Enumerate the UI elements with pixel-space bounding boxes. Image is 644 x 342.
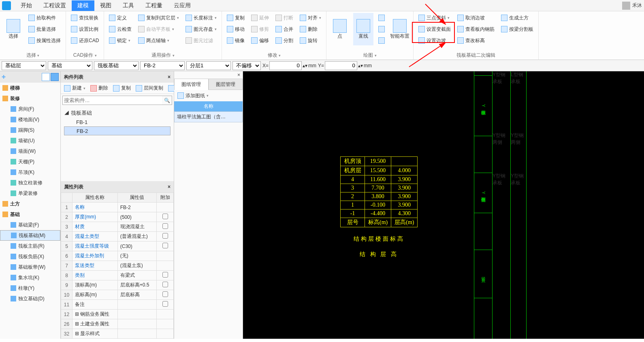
offset-select[interactable]: 不偏移 xyxy=(232,61,261,70)
item-select[interactable]: FB-2 xyxy=(140,61,185,70)
smart-layout-button[interactable]: 智能布置 xyxy=(390,13,410,45)
menu-project-settings[interactable]: 工程设置 xyxy=(38,0,72,11)
align-button[interactable]: 对齐 ▾ xyxy=(298,13,323,23)
property-row[interactable]: 8类别有梁式 xyxy=(61,271,174,280)
line-button[interactable]: 直线 xyxy=(353,13,373,45)
cloud-check-button[interactable]: 云检查 xyxy=(107,24,133,34)
tree-sump[interactable]: 集水坑(K) xyxy=(0,272,60,283)
tree-room[interactable]: 房间(F) xyxy=(0,104,60,114)
menu-view[interactable]: 视图 xyxy=(94,0,117,11)
tree-view2-button[interactable] xyxy=(51,73,59,81)
batch-select-button[interactable]: 批量选择 xyxy=(27,24,62,34)
delete-button[interactable]: 删除 xyxy=(298,24,323,34)
category-select[interactable]: 基础 xyxy=(48,61,92,70)
tab-drawing-mgr[interactable]: 图纸管理 xyxy=(174,79,209,90)
drawing-canvas[interactable]: 机房顶19.500机房层15.5004.000411.6003.90037.70… xyxy=(243,71,644,339)
menu-modeling[interactable]: 建模 xyxy=(72,0,94,11)
cancel-edge-button[interactable]: 取消边坡 xyxy=(456,13,496,23)
search-icon[interactable]: 🔍 xyxy=(162,96,172,105)
close-icon[interactable]: × xyxy=(237,72,240,78)
tree-floor[interactable]: 楼地面(V) xyxy=(0,114,60,125)
tree-fbeam[interactable]: 基础梁(F) xyxy=(0,220,60,230)
add-drawing-button[interactable]: 添加图纸 ▾ xyxy=(176,91,210,100)
tree-stair[interactable]: 楼梯 xyxy=(0,83,60,93)
offset-button[interactable]: 偏移 xyxy=(249,36,271,45)
gen-soil-button[interactable]: 生成土方 xyxy=(499,13,535,23)
property-row[interactable]: 3材质现浇混凝土 xyxy=(61,222,174,232)
close-icon[interactable]: × xyxy=(168,184,171,190)
mirror-button[interactable]: 镜像 xyxy=(225,36,246,45)
property-row[interactable]: 26⊞ 土建业务属性 xyxy=(61,319,174,329)
restore-cad-button[interactable]: 还原CAD xyxy=(69,36,100,45)
tree-pier[interactable]: 柱墩(Y) xyxy=(0,283,60,293)
two-point-axis-button[interactable]: 两点辅轴 ▾ xyxy=(136,36,181,45)
tree-plus-icon[interactable]: ✚ xyxy=(2,74,6,80)
comp-fb1[interactable]: FB-1 xyxy=(64,118,171,126)
dimension-button[interactable]: 长度标注 ▾ xyxy=(184,13,218,23)
copy-comp-button[interactable]: 复制 xyxy=(111,83,132,93)
menu-cloud[interactable]: 云应用 xyxy=(168,0,196,11)
comp-root[interactable]: ◢ 筏板基础 xyxy=(64,108,171,118)
menu-start[interactable]: 开始 xyxy=(15,0,38,11)
merge-button[interactable]: 合并 xyxy=(274,24,295,34)
view-rebar-button[interactable]: 查看板内钢筋 xyxy=(456,24,496,34)
property-row[interactable]: 12⊞ 钢筋业务属性 xyxy=(61,310,174,319)
x-input[interactable] xyxy=(269,61,302,70)
check-elev-button[interactable]: 查改标高 xyxy=(456,36,496,45)
copy-button[interactable]: 复制 xyxy=(225,13,246,23)
y-input[interactable] xyxy=(325,61,357,70)
property-row[interactable]: 1名称FB-2 xyxy=(61,203,174,212)
point-button[interactable]: 点 xyxy=(330,13,350,45)
property-row[interactable]: 11备注 xyxy=(61,300,174,310)
del-button[interactable]: 删除 xyxy=(89,83,110,93)
user-box[interactable]: 禾沐 xyxy=(622,2,642,10)
tree-wall[interactable]: 墙面(W) xyxy=(0,146,60,156)
property-row[interactable]: 10底标高(m)层底标高 xyxy=(61,290,174,300)
property-row[interactable]: 4混凝土类型(普通混凝土) xyxy=(61,232,174,242)
copy-to-layer-button[interactable]: 复制到其它层 ▾ xyxy=(136,13,181,23)
tree-indep[interactable]: 独立基础(D) xyxy=(0,293,60,304)
drawing-row[interactable]: 墙柱平法施工图（含… xyxy=(174,111,243,122)
floor-select[interactable]: 基础层 xyxy=(2,61,46,70)
tree-pillar[interactable]: 独立柱装修 xyxy=(0,177,60,188)
tree-dado[interactable]: 墙裙(U) xyxy=(0,135,60,146)
rotate-button[interactable]: 旋转 xyxy=(298,36,323,45)
property-row[interactable]: 32⊞ 显示样式 xyxy=(61,329,174,339)
tree-suspend[interactable]: 吊顶(K) xyxy=(0,167,60,177)
comp-fb2[interactable]: FB-2 xyxy=(64,126,171,135)
close-icon[interactable]: × xyxy=(168,74,171,80)
layer-select[interactable]: 分层1 xyxy=(186,61,231,70)
search-input[interactable] xyxy=(63,96,162,105)
rect-tool[interactable] xyxy=(377,13,386,23)
pick-component-button[interactable]: 拾取构件 xyxy=(27,13,62,23)
split-by-beam-button[interactable]: 按梁分割板 xyxy=(499,24,535,34)
new-button[interactable]: 新建 ▾ xyxy=(62,83,87,93)
tree-negbar[interactable]: 筏板负筋(X) xyxy=(0,251,60,262)
property-row[interactable]: 7泵送类型(混凝土泵) xyxy=(61,261,174,271)
select-button[interactable]: 选择 xyxy=(3,13,23,45)
tree-mainbar[interactable]: 筏板主筋(R) xyxy=(0,241,60,251)
tree-view1-button[interactable] xyxy=(42,73,50,81)
arc-tool[interactable] xyxy=(377,36,386,45)
tree-found[interactable]: 基础 xyxy=(0,209,60,220)
split-button[interactable]: 分割 xyxy=(274,36,295,45)
property-row[interactable]: 5混凝土强度等级(C30) xyxy=(61,242,174,251)
tree-strip[interactable]: 基础板带(W) xyxy=(0,262,60,272)
save-elem-button[interactable]: 图元存盘 ▾ xyxy=(184,24,218,34)
three-point-slope-button[interactable]: 三点变斜 ▾ xyxy=(417,13,452,23)
tab-layer-mgr[interactable]: 图层管理 xyxy=(209,79,243,90)
circle-tool[interactable] xyxy=(377,24,386,34)
menu-tools[interactable]: 工具 xyxy=(117,0,140,11)
menu-quantity[interactable]: 工程量 xyxy=(140,0,168,11)
property-row[interactable]: 9顶标高(m)层底标高+0.5 xyxy=(61,280,174,290)
tree-decor[interactable]: 装修 xyxy=(0,93,60,104)
layer-copy-button[interactable]: 层间复制 xyxy=(134,83,165,93)
type-select[interactable]: 筏板基础 xyxy=(94,61,139,70)
set-scale-button[interactable]: 设置比例 xyxy=(69,24,100,34)
tree-raft[interactable]: 筏板基础(M) xyxy=(0,230,60,241)
select-by-property-button[interactable]: 按属性选择 xyxy=(27,36,62,45)
tree-skirt[interactable]: 踢脚(S) xyxy=(0,125,60,135)
lock-button[interactable]: 锁定 ▾ xyxy=(107,36,133,45)
find-replace-button[interactable]: 查找替换 xyxy=(69,13,100,23)
property-row[interactable]: 2厚度(mm)(500) xyxy=(61,212,174,222)
